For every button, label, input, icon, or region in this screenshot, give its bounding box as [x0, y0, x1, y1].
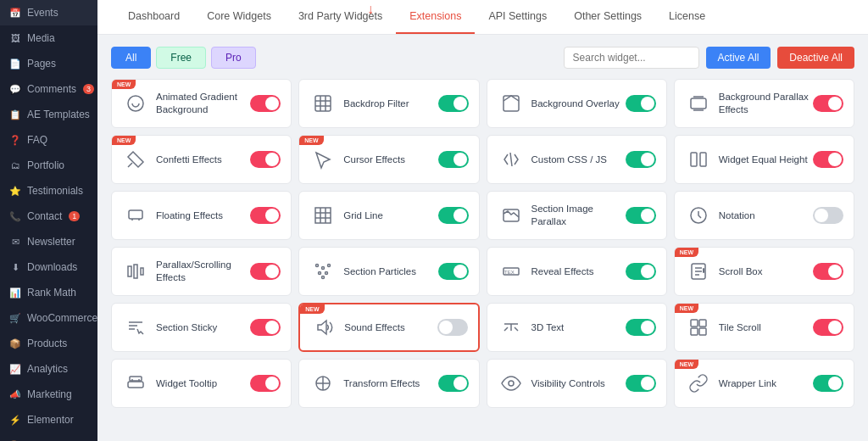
filter-all-button[interactable]: All — [111, 47, 151, 69]
sidebar-item-ae-templates[interactable]: 📋AE Templates — [0, 102, 97, 127]
svg-rect-2 — [504, 96, 519, 111]
widget-toggle[interactable] — [438, 375, 469, 392]
widget-toggle[interactable] — [438, 263, 469, 280]
sidebar-item-comments[interactable]: 💬Comments3 — [0, 76, 97, 102]
sidebar-item-woocommerce[interactable]: 🛒WooCommerce — [0, 305, 97, 331]
widget-toggle[interactable] — [250, 151, 281, 168]
sidebar-label: Elementor — [27, 414, 74, 426]
sidebar-item-rank-math[interactable]: 📊Rank Math — [0, 280, 97, 305]
svg-point-13 — [326, 272, 328, 275]
svg-rect-20 — [699, 320, 706, 327]
cursor-effects-icon — [309, 146, 337, 173]
confetti-icon — [122, 146, 149, 173]
sidebar-label: Comments — [27, 83, 76, 95]
svg-point-11 — [328, 265, 331, 267]
widget-toggle[interactable] — [813, 207, 843, 224]
sidebar-badge: 1 — [69, 211, 80, 221]
widget-card: NEW Tile Scroll — [674, 303, 854, 352]
tab-core-widgets[interactable]: Core Widgets — [193, 0, 285, 34]
sidebar-item-pages[interactable]: 📄Pages — [0, 51, 97, 76]
widget-toggle[interactable] — [438, 151, 469, 168]
tab-3rd-party-widgets[interactable]: 3rd Party Widgets — [285, 0, 396, 34]
sidebar-item-analytics[interactable]: 📈Analytics — [0, 356, 97, 382]
widget-toggle[interactable] — [438, 207, 469, 224]
visibility-icon — [498, 370, 525, 397]
grid-line-icon — [309, 202, 337, 229]
widget-toggle[interactable] — [626, 207, 656, 224]
widget-toggle[interactable] — [438, 95, 469, 112]
widget-toggle[interactable] — [626, 95, 656, 112]
widget-toggle[interactable] — [250, 263, 281, 280]
svg-rect-22 — [699, 328, 706, 335]
sidebar-icon: ⚡ — [8, 413, 22, 427]
svg-rect-24 — [130, 377, 142, 381]
sidebar-item-newsletter[interactable]: ✉Newsletter — [0, 229, 97, 254]
widget-toggle[interactable] — [626, 151, 656, 168]
section-image-icon — [498, 202, 525, 229]
active-all-button[interactable]: Active All — [706, 47, 771, 69]
svg-rect-4 — [691, 153, 697, 166]
sidebar-icon: 🛒 — [8, 311, 22, 325]
tab-other-settings[interactable]: Other Settings — [560, 0, 655, 34]
widget-left: Section Sticky — [122, 314, 217, 341]
sidebar-item-products[interactable]: 📦Products — [0, 331, 97, 356]
filter-pro-button[interactable]: Pro — [211, 47, 256, 69]
widget-name: Reveal Effects — [531, 265, 594, 278]
widget-toggle[interactable] — [250, 207, 281, 224]
sidebar-item-elementor[interactable]: ⚡Elementor — [0, 407, 97, 433]
tab-extensions[interactable]: Extensions — [396, 0, 475, 34]
widget-toggle[interactable] — [626, 263, 656, 280]
sidebar-label: Downloads — [27, 261, 77, 273]
widget-left: Tile Scroll — [685, 314, 761, 341]
new-ribbon: NEW — [299, 136, 323, 145]
svg-point-12 — [319, 272, 321, 275]
sidebar-item-contact[interactable]: 📞Contact1 — [0, 204, 97, 229]
sidebar: 📅Events🖼Media📄Pages💬Comments3📋AE Templat… — [0, 0, 97, 441]
widget-card: Background Overlay — [487, 79, 667, 128]
sidebar-icon: 💬 — [8, 82, 22, 96]
sidebar-icon: 📦 — [8, 337, 22, 350]
sidebar-item-media[interactable]: 🖼Media — [0, 25, 97, 51]
sidebar-item-downloads[interactable]: ⬇Downloads — [0, 254, 97, 280]
sidebar-item-marketing[interactable]: 📣Marketing — [0, 382, 97, 407]
filter-right: Active All Deactive All — [564, 47, 854, 69]
widget-toggle[interactable] — [813, 319, 843, 336]
widget-toggle[interactable] — [813, 375, 843, 392]
widget-toggle[interactable] — [813, 151, 843, 168]
sidebar-item-testimonials[interactable]: ⭐Testimonials — [0, 178, 97, 204]
sidebar-item-events[interactable]: 📅Events — [0, 0, 97, 25]
new-ribbon: NEW — [675, 360, 698, 369]
svg-point-9 — [316, 265, 319, 267]
widget-card: 3D Text — [487, 303, 667, 352]
widget-toggle[interactable] — [626, 375, 656, 392]
widget-left: Background Overlay — [498, 90, 620, 117]
sidebar-item-templates[interactable]: 🎨Templates — [0, 433, 97, 441]
sidebar-label: Testimonials — [27, 185, 83, 197]
widget-card: Visibility Controls — [487, 359, 667, 408]
tab-dashboard[interactable]: Dashboard — [114, 0, 193, 34]
widget-name: Confetti Effects — [156, 154, 222, 166]
deactive-all-button[interactable]: Deactive All — [777, 47, 854, 69]
widget-toggle[interactable] — [250, 95, 281, 112]
sidebar-item-faq[interactable]: ❓FAQ — [0, 127, 97, 153]
widget-toggle[interactable] — [626, 319, 656, 336]
widget-toggle[interactable] — [813, 263, 843, 280]
sidebar-item-portfolio[interactable]: 🗂Portfolio — [0, 153, 97, 178]
widget-card: Notation — [674, 191, 854, 240]
tab-api-settings[interactable]: API Settings — [475, 0, 560, 34]
svg-rect-1 — [315, 96, 331, 111]
tab-license[interactable]: License — [655, 0, 719, 34]
widget-toggle[interactable] — [250, 319, 281, 336]
widget-toggle[interactable] — [250, 375, 281, 392]
sidebar-icon: ❓ — [8, 133, 22, 147]
svg-rect-19 — [691, 320, 698, 327]
widget-card: NEW Confetti Effects — [111, 135, 292, 184]
search-input[interactable] — [564, 47, 699, 69]
svg-point-26 — [509, 381, 514, 386]
sidebar-label: Contact — [27, 210, 62, 222]
scroll-box-icon — [685, 258, 712, 285]
widget-toggle[interactable] — [813, 95, 843, 112]
widget-toggle[interactable] — [437, 319, 468, 336]
filter-free-button[interactable]: Free — [156, 47, 206, 69]
widget-card: Custom CSS / JS — [487, 135, 667, 184]
